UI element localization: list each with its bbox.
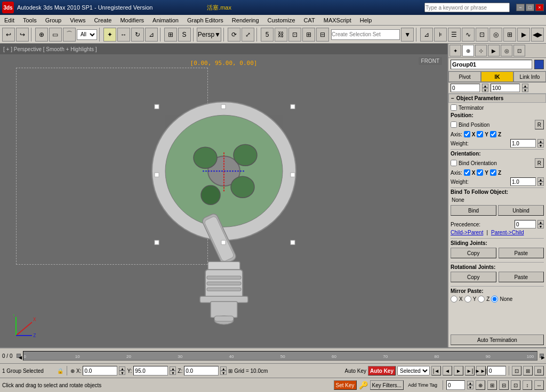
render-last-btn[interactable]: ◀▶ [531, 28, 544, 42]
menu-tools[interactable]: Tools [19, 15, 41, 25]
next-frame-btn[interactable]: ►| [465, 366, 475, 375]
mirror-none-radio[interactable] [491, 296, 498, 303]
ik-tab[interactable]: IK [481, 71, 513, 82]
menu-graph-editors[interactable]: Graph Editors [183, 15, 228, 25]
bind-position-r-btn[interactable]: R [535, 120, 544, 129]
menu-maxscript[interactable]: MAXScript [319, 15, 356, 25]
nav-btn5[interactable]: ↕ [523, 380, 532, 390]
viewport-select[interactable]: Persp ▼ [197, 28, 221, 42]
nav-btn6[interactable]: ↔ [534, 380, 544, 390]
create-selection-set[interactable] [331, 29, 400, 40]
x-spinner[interactable]: ▲ ▼ [119, 366, 125, 375]
menu-cat[interactable]: CAT [300, 15, 319, 25]
bind-orient-r-btn[interactable]: R [535, 158, 544, 168]
select-scale-btn[interactable]: ⊿ [145, 28, 158, 42]
orient-weight-up[interactable]: ▲ [537, 177, 544, 182]
rotational-copy-btn[interactable]: Copy [451, 272, 496, 282]
pivot-tab[interactable]: Pivot [448, 71, 481, 82]
pos-y-checkbox[interactable] [477, 131, 483, 137]
nav-btn4[interactable]: ⊡ [511, 380, 520, 390]
link-info-tab[interactable]: Link Info [513, 71, 546, 82]
field1-spinner[interactable]: ▲ ▼ [482, 84, 488, 92]
mirror-z-radio[interactable] [478, 296, 485, 303]
orient-weight-input[interactable] [510, 177, 536, 186]
prec-down[interactable]: ▼ [537, 224, 544, 228]
render-btn[interactable]: ▶ [517, 28, 530, 42]
y-spinner[interactable]: ▲ ▼ [170, 366, 176, 375]
viewport[interactable]: [0.00, 95.00, 0.00] FRONT [0, 54, 447, 347]
panel-icon-utils[interactable]: ⊡ [513, 45, 525, 56]
timeline-left-arrow[interactable]: ◄ [17, 354, 21, 358]
window-minimize[interactable]: − [516, 4, 525, 11]
add-time-tag-area[interactable]: Add Time Tag [406, 380, 439, 390]
lasso-btn[interactable]: ⌒ [63, 28, 76, 42]
nav-btn2[interactable]: ⊞ [487, 380, 497, 390]
select-object-btn[interactable]: ⊕ [35, 28, 48, 42]
orient-x-checkbox[interactable] [464, 169, 470, 176]
parent-child-link[interactable]: Parent->Child [491, 230, 524, 235]
mirror-y-radio[interactable] [464, 296, 471, 303]
window-close[interactable]: × [535, 4, 544, 11]
field1-input[interactable] [451, 84, 480, 92]
schematic-btn[interactable]: ⊡ [476, 28, 488, 42]
menu-animation[interactable]: Animation [148, 15, 183, 25]
chain-btn[interactable]: ⛓ [275, 28, 287, 42]
menu-customize[interactable]: Customize [263, 15, 300, 25]
count-btn[interactable]: 5 [261, 28, 274, 42]
lock-icon[interactable]: 🔒 [57, 368, 63, 374]
z-up[interactable]: ▲ [220, 366, 227, 371]
pos-weight-input[interactable] [510, 139, 536, 148]
bind-orientation-checkbox[interactable] [451, 160, 457, 166]
field1-down[interactable]: ▼ [482, 88, 488, 92]
y-input[interactable] [133, 366, 168, 375]
x-input[interactable] [83, 366, 117, 375]
auto-termination-btn[interactable]: Auto Termination [451, 334, 544, 345]
panel-icon-display[interactable]: ◎ [501, 45, 512, 56]
menu-modifiers[interactable]: Modifiers [116, 15, 148, 25]
timeline-bar[interactable]: 0 10 20 30 40 50 60 70 80 90 100 [23, 351, 537, 361]
menu-help[interactable]: Help [356, 15, 376, 25]
snap-btn[interactable]: S [178, 28, 191, 42]
misc-btn3[interactable]: ⊟ [316, 28, 329, 42]
set-key-btn[interactable]: Set Key [334, 380, 357, 390]
redo-button[interactable]: ↪ [16, 28, 29, 42]
menu-rendering[interactable]: Rendering [228, 15, 263, 25]
ref-coord-btn[interactable]: ⊞ [164, 28, 177, 42]
auto-key-btn[interactable]: Auto Key [368, 366, 396, 375]
panel-icon-create[interactable]: ✦ [449, 45, 461, 56]
x-up[interactable]: ▲ [119, 366, 125, 371]
filter-btn[interactable]: ⊟ [534, 366, 544, 375]
key-filters-btn[interactable]: Key Filters... [370, 380, 404, 390]
child-parent-link[interactable]: Child->Parent [451, 230, 483, 235]
pos-x-checkbox[interactable] [464, 131, 470, 137]
panel-icon-modify[interactable]: ⊕ [462, 45, 474, 56]
select-filter[interactable]: All [77, 29, 97, 40]
first-frame-btn[interactable]: |◄ [431, 366, 441, 375]
x-down[interactable]: ▼ [119, 371, 125, 375]
select-region-btn[interactable]: ▭ [49, 28, 62, 42]
prev-frame-btn[interactable]: ◄ [443, 366, 452, 375]
frame-down[interactable]: ▼ [467, 385, 473, 389]
field1-up[interactable]: ▲ [482, 84, 488, 88]
misc-btn1[interactable]: ⊡ [288, 28, 301, 42]
frame-spinner[interactable]: ▲ ▼ [467, 381, 473, 389]
sliding-copy-btn[interactable]: Copy [451, 248, 496, 258]
selected-dropdown[interactable]: Selected [397, 366, 430, 375]
window-maximize[interactable]: □ [526, 4, 534, 11]
menu-create[interactable]: Create [90, 15, 116, 25]
mirror-x-radio[interactable] [451, 296, 457, 303]
frame-num-input[interactable] [446, 380, 465, 390]
z-down[interactable]: ▼ [220, 371, 227, 375]
last-frame-btn[interactable]: ►►| [476, 366, 486, 375]
play-btn[interactable]: ► [454, 366, 463, 375]
select-rotate-btn[interactable]: ↻ [131, 28, 144, 42]
group-color-swatch[interactable] [534, 60, 544, 69]
panel-icon-hierarchy[interactable]: ⊹ [475, 45, 487, 56]
align-btn[interactable]: ⊧ [434, 28, 447, 42]
unbind-button[interactable]: Unbind [498, 205, 544, 216]
orient-weight-spinner[interactable]: ▲ ▼ [537, 177, 544, 186]
prec-up[interactable]: ▲ [537, 220, 544, 224]
z-input[interactable] [184, 366, 219, 375]
pos-z-checkbox[interactable] [490, 131, 496, 137]
key-icon[interactable]: 🔑 [359, 381, 368, 389]
